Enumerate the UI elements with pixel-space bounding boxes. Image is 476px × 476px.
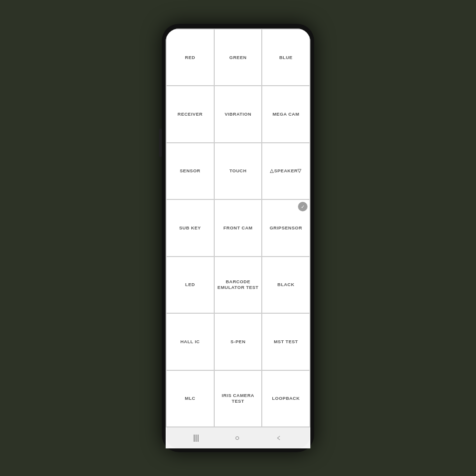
cell-label-0-0: RED xyxy=(185,55,196,60)
cell-label-4-2: BLACK xyxy=(278,282,295,288)
grid-cell-3-2[interactable]: GRIPSENSOR✓ xyxy=(262,200,309,256)
grid-cell-3-0[interactable]: SUB KEY xyxy=(167,200,214,256)
cell-label-4-1: BARCODE EMULATOR TEST xyxy=(218,279,258,291)
recent-apps-button[interactable]: ||| xyxy=(193,434,199,442)
cell-label-5-2: MST TEST xyxy=(274,339,298,345)
phone-device: REDGREENBLUERECEIVERVIBRATIONMEGA CAMSEN… xyxy=(162,24,314,452)
grid-cell-2-2[interactable]: △SPEAKER▽ xyxy=(262,143,309,199)
cell-label-2-2: △SPEAKER▽ xyxy=(270,168,301,174)
cell-label-1-2: MEGA CAM xyxy=(272,111,299,117)
grid-cell-5-2[interactable]: MST TEST xyxy=(262,314,309,369)
cell-label-1-0: RECEIVER xyxy=(178,111,203,117)
grid-cell-5-1[interactable]: S-PEN xyxy=(215,314,262,369)
cell-label-5-1: S-PEN xyxy=(230,339,246,345)
grid-cell-4-0[interactable]: LED xyxy=(167,257,214,313)
grid-cell-1-0[interactable]: RECEIVER xyxy=(167,86,214,142)
grid-cell-2-1[interactable]: TOUCH xyxy=(215,143,262,199)
cell-label-0-1: GREEN xyxy=(229,55,247,60)
cell-label-3-1: FRONT CAM xyxy=(223,225,253,231)
screen: REDGREENBLUERECEIVERVIBRATIONMEGA CAMSEN… xyxy=(166,29,310,448)
cell-label-3-2: GRIPSENSOR xyxy=(269,225,302,231)
grid-cell-5-0[interactable]: HALL IC xyxy=(167,314,214,369)
cell-label-2-1: TOUCH xyxy=(229,168,247,174)
grid-cell-0-0[interactable]: RED xyxy=(167,30,214,85)
check-badge-3-2: ✓ xyxy=(298,202,307,211)
grid-cell-3-1[interactable]: FRONT CAM xyxy=(215,200,262,256)
cell-label-2-0: SENSOR xyxy=(180,168,200,174)
home-button[interactable]: ○ xyxy=(235,434,239,442)
cell-label-3-0: SUB KEY xyxy=(179,225,201,231)
grid-cell-4-2[interactable]: BLACK xyxy=(262,257,309,313)
grid-cell-0-1[interactable]: GREEN xyxy=(215,30,262,85)
cell-label-0-2: BLUE xyxy=(279,55,293,60)
test-grid: REDGREENBLUERECEIVERVIBRATIONMEGA CAMSEN… xyxy=(166,29,310,427)
grid-cell-1-2[interactable]: MEGA CAM xyxy=(262,86,309,142)
cell-label-6-2: LOOPBACK xyxy=(272,396,299,401)
grid-cell-0-2[interactable]: BLUE xyxy=(262,30,309,85)
cell-label-6-0: MLC xyxy=(185,396,195,401)
grid-cell-6-2[interactable]: LOOPBACK xyxy=(262,371,309,426)
cell-label-5-0: HALL IC xyxy=(180,339,200,345)
side-button-left xyxy=(159,129,162,157)
cell-label-6-1: IRIS CAMERA TEST xyxy=(217,393,260,405)
back-button[interactable]: ﹤ xyxy=(275,433,283,443)
navigation-bar: ||| ○ ﹤ xyxy=(166,427,310,448)
grid-cell-2-0[interactable]: SENSOR xyxy=(167,143,214,199)
grid-cell-4-1[interactable]: BARCODE EMULATOR TEST xyxy=(215,257,262,313)
grid-cell-6-0[interactable]: MLC xyxy=(167,371,214,426)
cell-label-4-0: LED xyxy=(185,282,195,288)
grid-cell-1-1[interactable]: VIBRATION xyxy=(215,86,262,142)
cell-label-1-1: VIBRATION xyxy=(225,111,251,117)
grid-cell-6-1[interactable]: IRIS CAMERA TEST xyxy=(215,371,262,426)
